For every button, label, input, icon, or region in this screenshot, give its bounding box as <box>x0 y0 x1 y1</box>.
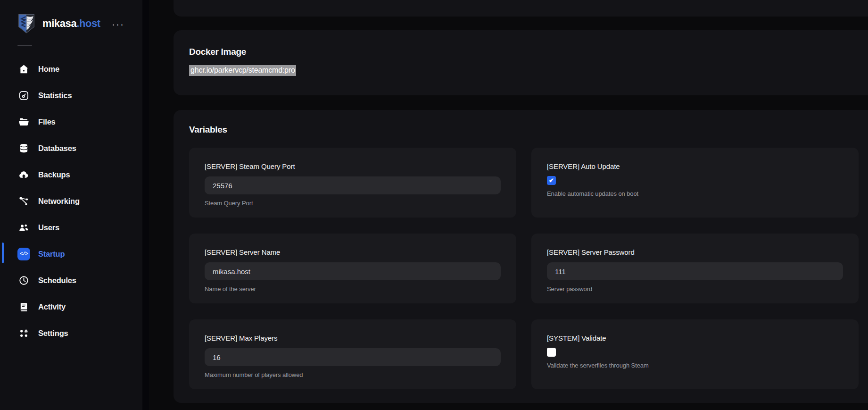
ellipsis-icon[interactable]: ··· <box>112 19 124 29</box>
variable-help: Server password <box>547 285 843 293</box>
sidebar-item-label: Home <box>38 65 59 74</box>
variable-help: Validate the serverfiles through Steam <box>547 362 843 369</box>
sidebar-item-label: Files <box>38 117 56 126</box>
sidebar-item-label: Activity <box>38 302 66 311</box>
sidebar-item-users[interactable]: Users <box>0 219 142 235</box>
docker-image-row: ghcr.io/parkervcp/steamcmd:pro <box>189 65 868 76</box>
code-icon: </> <box>17 248 30 260</box>
main-content: Docker Image ghcr.io/parkervcp/steamcmd:… <box>149 0 868 410</box>
previous-section-card-partial <box>174 0 868 17</box>
users-icon <box>17 221 30 234</box>
sidebar-item-statistics[interactable]: Statistics <box>0 87 142 103</box>
variable-label: [SYSTEM] Validate <box>547 334 843 342</box>
sidebar-item-label: Statistics <box>38 91 72 100</box>
variable-help: Name of the server <box>205 285 501 293</box>
book-icon <box>17 301 30 313</box>
home-icon <box>17 63 30 75</box>
sidebar-item-label: Schedules <box>38 276 76 285</box>
wings-of-freedom-shield-icon <box>17 14 35 33</box>
variable-label: [SERVER] Server Password <box>547 248 843 256</box>
docker-image-section: Docker Image ghcr.io/parkervcp/steamcmd:… <box>174 30 868 95</box>
variables-grid: [SERVER] Steam Query Port Steam Query Po… <box>189 148 859 389</box>
sidebar-item-label: Users <box>38 223 59 232</box>
variable-label: [SERVER] Max Players <box>205 334 501 342</box>
variable-card-server-password: [SERVER] Server Password Server password <box>531 234 859 303</box>
brand-name-primary: mikasa <box>42 17 76 29</box>
sidebar-item-schedules[interactable]: Schedules <box>0 272 142 288</box>
clock-icon <box>17 274 30 287</box>
server-name-input[interactable] <box>205 262 501 280</box>
gauge-icon <box>17 89 30 102</box>
variable-label: [SERVER] Server Name <box>205 248 501 256</box>
auto-update-checkbox[interactable]: ✔ <box>547 176 556 185</box>
check-icon: ✔ <box>549 177 554 184</box>
variable-help: Steam Query Port <box>205 200 501 207</box>
sidebar-nav: HomeStatisticsFilesDatabasesBackupsNetwo… <box>0 61 142 351</box>
server-password-input[interactable] <box>547 262 843 280</box>
sidebar-edge-divider <box>142 0 149 410</box>
max-players-input[interactable] <box>205 348 501 366</box>
folder-icon <box>17 116 30 128</box>
variable-card-auto-update: [SERVER] Auto Update ✔ Enable automatic … <box>531 148 859 218</box>
variables-section: Variables [SERVER] Steam Query Port Stea… <box>174 110 868 403</box>
sidebar-item-backups[interactable]: Backups <box>0 167 142 183</box>
sidebar-item-label: Networking <box>38 197 80 206</box>
sidebar-item-files[interactable]: Files <box>0 114 142 130</box>
variable-help: Enable automatic updates on boot <box>547 190 843 197</box>
sidebar-item-databases[interactable]: Databases <box>0 140 142 156</box>
dots-gear-icon <box>17 327 30 340</box>
sidebar-item-settings[interactable]: Settings <box>0 325 142 341</box>
validate-checkbox[interactable]: ✔ <box>547 348 556 357</box>
variable-card-validate: [SYSTEM] Validate ✔ Validate the serverf… <box>531 319 859 389</box>
cloud-upload-icon <box>17 168 30 181</box>
variable-card-server-name: [SERVER] Server Name Name of the server <box>189 234 516 303</box>
sidebar-item-label: Settings <box>38 329 68 338</box>
sidebar: mikasa.host ··· HomeStatisticsFilesDatab… <box>0 0 142 410</box>
sidebar-item-label: Databases <box>38 144 76 153</box>
database-icon <box>17 142 30 155</box>
network-nodes-icon <box>17 195 30 208</box>
variable-help: Maximum number of players allowed <box>205 371 501 378</box>
sidebar-item-label: Startup <box>38 250 65 259</box>
docker-image-value[interactable]: ghcr.io/parkervcp/steamcmd:pro <box>189 65 296 76</box>
sidebar-item-label: Backups <box>38 170 70 179</box>
brand-name-secondary: .host <box>76 17 100 29</box>
sidebar-item-home[interactable]: Home <box>0 61 142 77</box>
docker-image-title: Docker Image <box>189 47 868 57</box>
logo-divider <box>17 45 32 46</box>
steam-query-port-input[interactable] <box>205 176 501 194</box>
sidebar-item-networking[interactable]: Networking <box>0 193 142 209</box>
variable-card-steam-query-port: [SERVER] Steam Query Port Steam Query Po… <box>189 148 516 218</box>
variable-card-max-players: [SERVER] Max Players Maximum number of p… <box>189 319 516 389</box>
brand-name: mikasa.host <box>42 17 100 30</box>
sidebar-item-startup[interactable]: </>Startup <box>0 246 142 262</box>
sidebar-item-activity[interactable]: Activity <box>0 299 142 315</box>
variables-title: Variables <box>189 125 868 135</box>
variable-label: [SERVER] Auto Update <box>547 162 843 170</box>
variable-label: [SERVER] Steam Query Port <box>205 162 501 170</box>
brand: mikasa.host ··· <box>17 13 131 34</box>
